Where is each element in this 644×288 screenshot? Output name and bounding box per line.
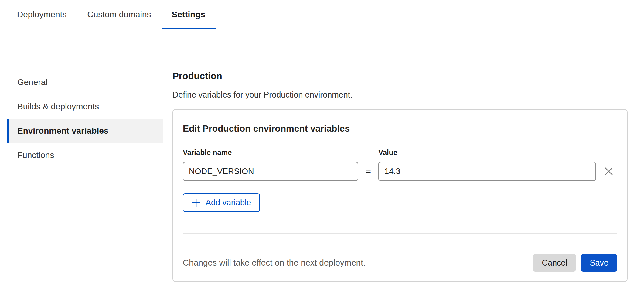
footer-actions: Cancel Save: [533, 254, 617, 272]
add-variable-button[interactable]: Add variable: [183, 193, 260, 212]
card-divider: [183, 233, 617, 234]
variable-name-input[interactable]: [183, 162, 358, 181]
tab-custom-domains[interactable]: Custom domains: [77, 0, 161, 29]
plus-icon: [192, 198, 201, 207]
settings-page: Deployments Custom domains Settings Gene…: [0, 0, 644, 288]
variable-name-label: Variable name: [183, 148, 358, 162]
close-icon: [604, 166, 614, 177]
cancel-button[interactable]: Cancel: [533, 254, 576, 272]
sidebar-item-general[interactable]: General: [7, 70, 163, 94]
variable-row: Variable name Value =: [183, 148, 617, 181]
tab-deployments[interactable]: Deployments: [7, 0, 77, 29]
value-label: Value: [378, 148, 596, 162]
remove-variable-button[interactable]: [600, 163, 617, 180]
sidebar-item-functions[interactable]: Functions: [7, 143, 163, 167]
top-tab-bar: Deployments Custom domains Settings: [7, 0, 637, 29]
footer-note: Changes will take effect on the next dep…: [183, 258, 366, 268]
content-area: General Builds & deployments Environment…: [0, 70, 644, 282]
tab-settings[interactable]: Settings: [162, 0, 216, 29]
equals-sign: =: [358, 166, 378, 177]
page-subtitle: Define variables for your Production env…: [172, 90, 628, 100]
settings-sidebar: General Builds & deployments Environment…: [7, 70, 163, 167]
sidebar-item-builds-deployments[interactable]: Builds & deployments: [7, 94, 163, 119]
variable-value-input[interactable]: [378, 162, 596, 181]
sidebar-item-environment-variables[interactable]: Environment variables: [7, 119, 163, 143]
page-title: Production: [172, 71, 628, 82]
main-panel: Production Define variables for your Pro…: [172, 70, 628, 282]
add-variable-label: Add variable: [206, 198, 251, 207]
save-button[interactable]: Save: [581, 254, 617, 272]
card-heading: Edit Production environment variables: [183, 123, 617, 134]
environment-variables-card: Edit Production environment variables Va…: [172, 109, 628, 282]
card-footer: Changes will take effect on the next dep…: [183, 254, 617, 272]
